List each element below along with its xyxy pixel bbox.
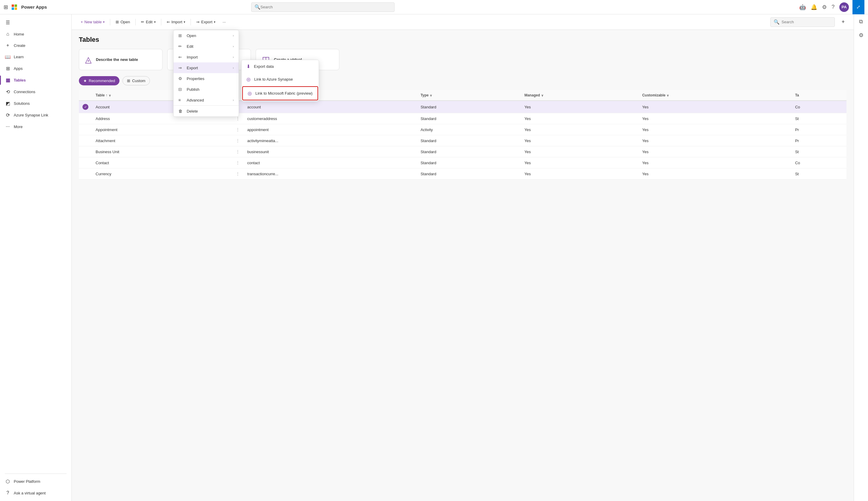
gear-icon[interactable]: ⚙ <box>822 4 827 10</box>
export-submenu-link-fabric[interactable]: ◎ Link to Microsoft Fabric (preview) <box>242 86 318 100</box>
sidebar-label-more: More <box>14 125 23 129</box>
table-row[interactable]: Contact ⋮ contact Standard Yes Yes Co <box>79 157 847 168</box>
sidebar-item-tables[interactable]: ▦ Tables <box>0 74 71 86</box>
row-checkbox[interactable]: ✓ <box>79 100 92 113</box>
customizable-chevron[interactable]: ∨ <box>667 94 669 97</box>
col-type[interactable]: Type ∨ <box>417 90 521 100</box>
row-checkbox[interactable] <box>79 113 92 124</box>
export-button[interactable]: ⇒ Export ▾ <box>193 18 218 26</box>
bell-icon[interactable]: 🔔 <box>811 4 817 10</box>
sidebar-item-azure-synapse[interactable]: ⟳ Azure Synapse Link <box>0 109 71 121</box>
filter-tab-recommended[interactable]: ★ Recommended <box>79 76 119 85</box>
grid-icon[interactable]: ⊞ <box>3 4 8 10</box>
row-type: Activity <box>417 124 521 135</box>
table-row[interactable]: Attachment ⋮ activitymimeatta... Standar… <box>79 135 847 146</box>
row-customizable: Yes <box>638 113 792 124</box>
col-managed[interactable]: Managed ∨ <box>521 90 638 100</box>
export-submenu-link-azure[interactable]: ◎ Link to Azure Synapse <box>242 73 319 86</box>
sidebar-item-connections[interactable]: ⟲ Connections <box>0 86 71 98</box>
row-customizable: Yes <box>638 168 792 179</box>
row-table-name: Currency <box>92 168 232 179</box>
sidebar-item-power-platform[interactable]: ⬡ Power Platform <box>0 476 71 487</box>
row-context-menu-icon[interactable]: ⋮ <box>236 149 240 154</box>
row-context-menu-icon[interactable]: ⋮ <box>236 138 240 143</box>
dropdown-item-advanced[interactable]: ≡ Advanced › <box>173 95 239 105</box>
row-managed: Yes <box>521 113 638 124</box>
toolbar-search-input[interactable] <box>781 20 832 24</box>
more-dots-icon: ··· <box>223 20 226 24</box>
sidebar-item-create[interactable]: + Create <box>0 40 71 51</box>
row-context-menu-icon[interactable]: ⋮ <box>236 127 240 132</box>
table-row[interactable]: Appointment ⋮ appointment Activity Yes Y… <box>79 124 847 135</box>
dropdown-item-edit[interactable]: ✏ Edit › <box>173 41 239 52</box>
col-checkbox <box>79 90 92 100</box>
expand-icon[interactable]: ⤢ <box>856 4 860 10</box>
new-table-label: New table <box>85 20 102 24</box>
toolbar-divider-1 <box>110 19 110 25</box>
sidebar-item-apps[interactable]: ⊞ Apps <box>0 63 71 74</box>
dropdown-item-open[interactable]: ⊞ Open › <box>173 30 239 41</box>
help-icon[interactable]: ? <box>832 4 835 10</box>
filter-tab-custom[interactable]: ⊞ Custom <box>123 76 150 85</box>
export-submenu-export-data[interactable]: ⬇ Export data <box>242 60 319 73</box>
type-chevron[interactable]: ∨ <box>430 94 432 97</box>
panel-split-icon[interactable]: ⧉ <box>857 17 865 26</box>
toolbar-add-button[interactable]: + <box>838 18 848 26</box>
sidebar-item-learn[interactable]: 📖 Learn <box>0 51 71 63</box>
row-dots[interactable]: ⋮ <box>232 124 244 135</box>
row-checkbox[interactable] <box>79 168 92 179</box>
hamburger-icon: ☰ <box>5 20 11 25</box>
table-sort-chevron[interactable]: ∨ <box>109 94 111 97</box>
panel-settings-icon[interactable]: ⚙ <box>857 30 865 40</box>
row-context-menu-icon[interactable]: ⋮ <box>236 171 240 176</box>
toolbar-search[interactable]: 🔍 <box>770 17 835 27</box>
dropdown-export-icon: ⇒ <box>178 65 184 70</box>
global-search-input[interactable] <box>261 5 391 9</box>
table-sort[interactable]: Table ↑ ∨ <box>96 93 111 97</box>
sidebar-hamburger[interactable]: ☰ <box>0 17 71 28</box>
sidebar-item-solutions[interactable]: ◩ Solutions <box>0 98 71 109</box>
row-checkbox[interactable] <box>79 135 92 146</box>
row-dots[interactable]: ⋮ <box>232 157 244 168</box>
row-table-name: Business Unit <box>92 146 232 157</box>
avatar[interactable]: PA <box>839 2 849 12</box>
row-checkbox[interactable] <box>79 124 92 135</box>
table-row[interactable]: Business Unit ⋮ businessunit Standard Ye… <box>79 146 847 157</box>
edit-label: Edit <box>146 20 152 24</box>
customizable-sort[interactable]: Customizable ∨ <box>642 93 669 97</box>
global-search[interactable]: 🔍 <box>251 2 394 12</box>
dropdown-item-import[interactable]: ⇐ Import › <box>173 52 239 62</box>
import-button[interactable]: ⇐ Import ▾ <box>164 18 189 26</box>
more-button[interactable]: ··· <box>220 18 229 26</box>
type-sort[interactable]: Type ∨ <box>421 93 432 97</box>
sidebar-item-home[interactable]: ⌂ Home <box>0 28 71 40</box>
table-row[interactable]: Currency ⋮ transactioncurre... Standard … <box>79 168 847 179</box>
row-dots[interactable]: ⋮ <box>232 146 244 157</box>
sidebar: ☰ ⌂ Home + Create 📖 Learn ⊞ Apps ▦ Table… <box>0 14 72 501</box>
col-customizable[interactable]: Customizable ∨ <box>638 90 792 100</box>
row-dots[interactable]: ⋮ <box>232 168 244 179</box>
row-context-menu-icon[interactable]: ⋮ <box>236 116 240 121</box>
more-icon: ··· <box>5 124 11 129</box>
row-context-menu-icon[interactable]: ⋮ <box>236 160 240 165</box>
edit-icon: ✏ <box>141 20 144 24</box>
card-describe-table[interactable]: ◬ Describe the new table <box>79 49 162 70</box>
dropdown-item-publish[interactable]: ⊟ Publish <box>173 84 239 95</box>
sidebar-item-more[interactable]: ··· More <box>0 121 71 132</box>
copilot-icon[interactable]: 🤖 <box>799 4 806 10</box>
card-spacer <box>344 49 847 70</box>
managed-sort[interactable]: Managed ∨ <box>525 93 543 97</box>
row-dots[interactable]: ⋮ <box>232 135 244 146</box>
dropdown-item-delete[interactable]: 🗑 Delete <box>173 106 239 116</box>
row-customizable: Yes <box>638 157 792 168</box>
dropdown-item-properties[interactable]: ⚙ Properties <box>173 73 239 84</box>
recommended-star-icon: ★ <box>83 78 87 83</box>
managed-chevron[interactable]: ∨ <box>541 94 543 97</box>
dropdown-item-export[interactable]: ⇒ Export › <box>173 62 239 73</box>
new-table-button[interactable]: + New table ▾ <box>78 18 107 26</box>
row-checkbox[interactable] <box>79 157 92 168</box>
row-checkbox[interactable] <box>79 146 92 157</box>
sidebar-item-ask-agent[interactable]: ? Ask a virtual agent <box>0 487 71 499</box>
edit-button[interactable]: ✏ Edit ▾ <box>138 18 158 26</box>
open-button[interactable]: ⊞ Open <box>113 18 133 26</box>
